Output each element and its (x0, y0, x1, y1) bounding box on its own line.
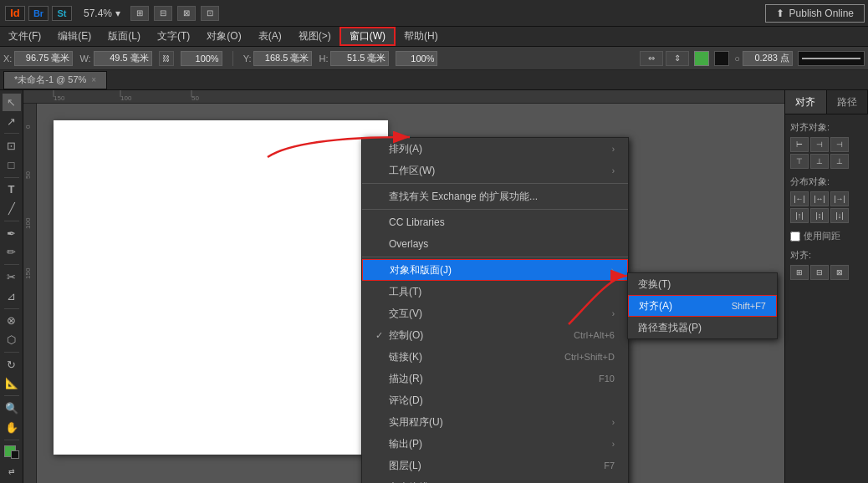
menu-edit[interactable]: 编辑(E) (49, 27, 100, 46)
scissors-tool[interactable]: ✂ (3, 268, 21, 286)
toolbar: X: W: ⛓ Y: H: ⇔ ⇕ ○ (0, 47, 868, 70)
layout-icon-btn3[interactable]: ⊠ (177, 6, 196, 21)
x-input[interactable] (14, 51, 73, 66)
dist-right-btn[interactable]: |→| (830, 191, 849, 206)
line-tool[interactable]: ╱ (3, 200, 21, 217)
menu-object[interactable]: 对象(O) (198, 27, 249, 46)
zoom-area: 57.4% ▾ (77, 8, 127, 19)
publish-online-button[interactable]: ⬆ Publish Online (765, 4, 865, 23)
menu-text[interactable]: 文字(T) (149, 27, 198, 46)
align-center-v-btn[interactable]: ⊥ (810, 154, 829, 169)
dist-left-btn[interactable]: |←| (790, 191, 809, 206)
pct2-field (396, 51, 437, 66)
toolbar-right: ⇔ ⇕ ○ (640, 51, 865, 66)
y-field: Y: (243, 51, 313, 66)
align-object-buttons: ⊢ ⊣ ⊣ ⊤ ⊥ ⊥ (790, 137, 863, 169)
dist-center-h-btn[interactable]: |↔| (810, 191, 829, 206)
tab-label: *未命名-1 @ 57% (14, 74, 86, 86)
no-symbol[interactable]: ⊗ (3, 313, 21, 330)
align-center-h-btn[interactable]: ⊣ (810, 137, 829, 152)
direct-select-tool[interactable]: ↗ (3, 113, 21, 130)
dist-center-v-btn[interactable]: |↕| (810, 208, 829, 223)
rectangle-tool[interactable]: □ (3, 156, 21, 174)
bridge-icon[interactable]: Br (28, 6, 49, 21)
align-bottom-btn[interactable]: ⊥ (830, 154, 849, 169)
tab-bar: *未命名-1 @ 57% × (0, 70, 868, 90)
color-swatch[interactable] (694, 51, 709, 66)
stroke-label: ○ (734, 53, 740, 64)
frame-tool[interactable]: ⊡ (3, 137, 21, 155)
dist-bottom-btn[interactable]: |↓| (830, 208, 849, 223)
document-canvas[interactable] (37, 104, 784, 483)
zoom-value: 57.4% (84, 8, 112, 19)
ruler-vertical: 0 50 100 150 (23, 104, 37, 483)
panel-tab-align[interactable]: 对齐 (785, 90, 827, 114)
page-content (54, 120, 388, 455)
stroke-input[interactable] (743, 51, 793, 66)
select-tool[interactable]: ↖ (3, 94, 21, 111)
h-input[interactable] (330, 51, 389, 66)
menu-view[interactable]: 视图(>) (290, 27, 340, 46)
menu-layout[interactable]: 版面(L) (100, 27, 149, 46)
y-input[interactable] (253, 51, 312, 66)
pen-tool[interactable]: ✒ (3, 225, 21, 242)
w-input[interactable] (94, 51, 152, 66)
menu-window[interactable]: 窗口(W) (340, 27, 396, 46)
eyedropper-tool[interactable]: 🔍 (3, 399, 21, 417)
stock-icon[interactable]: St (52, 6, 72, 21)
w-field: W: (79, 51, 151, 66)
ruler-horizontal: 150 100 50 (23, 90, 784, 104)
pencil-tool[interactable]: ✏ (3, 244, 21, 262)
align-to-sel-btn[interactable]: ⊞ (790, 265, 809, 280)
align-to-margin-btn[interactable]: ⊟ (810, 265, 829, 280)
w-label: W: (79, 53, 90, 64)
stroke-control-swatch[interactable] (11, 450, 19, 459)
polygon-tool[interactable]: ⬡ (3, 331, 21, 348)
swap-colors-icon[interactable]: ⇄ (3, 462, 21, 480)
document-tab[interactable]: *未命名-1 @ 57% × (3, 71, 107, 89)
tool-sep-8 (4, 440, 19, 440)
align-right-btn[interactable]: ⊣ (830, 137, 849, 152)
zoom-dropdown-icon[interactable]: ▾ (115, 8, 120, 19)
tool-sep-2 (4, 177, 19, 178)
layout-icon-btn2[interactable]: ⊟ (154, 6, 172, 21)
tool-sep-1 (4, 133, 19, 134)
pct1-input[interactable] (181, 51, 222, 66)
h-label: H: (319, 53, 328, 64)
text-tool[interactable]: T (3, 181, 21, 199)
align-toolbar-icon2[interactable]: ⇕ (666, 51, 689, 66)
layout-icon-btn1[interactable]: ⊞ (130, 6, 149, 21)
stroke-swatch[interactable] (714, 51, 729, 66)
measure-tool[interactable]: 📐 (3, 375, 21, 393)
stroke-style-select[interactable] (798, 51, 865, 66)
gradient-tool[interactable]: ⊿ (3, 287, 21, 305)
menu-help[interactable]: 帮助(H) (396, 27, 447, 46)
canvas-area: 150 100 50 0 50 100 150 (23, 90, 784, 483)
align-to-section: 对齐: ⊞ ⊟ ⊠ (790, 249, 863, 280)
transform-tool[interactable]: ↻ (3, 356, 21, 374)
publish-online-label: Publish Online (789, 8, 854, 19)
align-to-page-btn[interactable]: ⊠ (830, 265, 849, 280)
pct2-input[interactable] (396, 51, 437, 66)
align-top-btn[interactable]: ⊤ (790, 154, 809, 169)
svg-text:100: 100 (24, 217, 32, 229)
align-toolbar-icon[interactable]: ⇔ (640, 51, 663, 66)
menu-table[interactable]: 表(A) (250, 27, 290, 46)
hand-tool[interactable]: ✋ (3, 419, 21, 436)
use-spacing-checkbox[interactable] (790, 231, 800, 242)
constrain-icon[interactable]: ⛓ (159, 51, 174, 66)
main-content: ↖ ↗ ⊡ □ T ╱ ✒ ✏ ✂ ⊿ ⊗ ⬡ ↻ 📐 🔍 ✋ ⇄ 1 (0, 90, 868, 483)
layout-icon-btn4[interactable]: ⊡ (201, 6, 219, 21)
tool-sep-4 (4, 264, 19, 265)
menu-file[interactable]: 文件(F) (0, 27, 49, 46)
tab-close-button[interactable]: × (91, 75, 96, 84)
distribute-section: 分布对象: |←| |↔| |→| |↑| |↕| |↓| (790, 175, 863, 223)
align-left-btn[interactable]: ⊢ (790, 137, 809, 152)
tool-sep-6 (4, 352, 19, 353)
dist-top-btn[interactable]: |↑| (790, 208, 809, 223)
svg-text:150: 150 (24, 267, 32, 279)
right-panel: 对齐 路径 对齐对象: ⊢ ⊣ ⊣ ⊤ ⊥ ⊥ 分布对象: |←| |↔| (784, 90, 868, 483)
panel-tab-path[interactable]: 路径 (827, 90, 869, 114)
tool-sep-7 (4, 395, 19, 396)
color-controls (4, 445, 19, 460)
